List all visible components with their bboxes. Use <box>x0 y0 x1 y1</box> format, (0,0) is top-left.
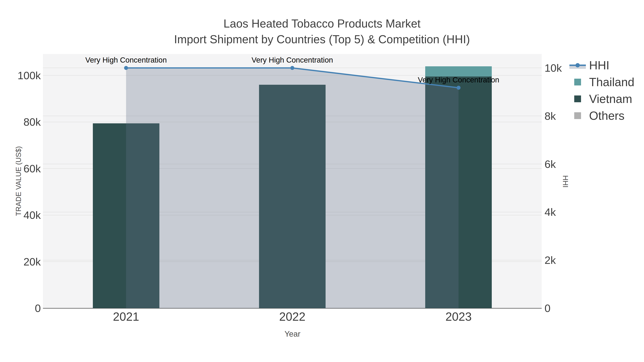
hhi-overlay <box>43 54 542 308</box>
annotation-2022: Very High Concentration <box>252 56 333 64</box>
y-left-tick-60k: 60k <box>0 162 41 175</box>
y-right-tick-6k: 6k <box>544 158 556 170</box>
others-swatch-icon <box>570 110 589 121</box>
x-tick-2022: 2022 <box>279 310 306 323</box>
others-color-swatch <box>574 112 581 119</box>
chart-title: Laos Heated Tobacco Products Market <box>0 17 644 30</box>
legend-item-hhi[interactable]: HHI <box>570 57 634 74</box>
y-left-tick-0: 0 <box>0 302 41 315</box>
thailand-color-swatch <box>574 79 581 85</box>
plot-area: Very High ConcentrationVery High Concent… <box>43 54 542 308</box>
x-axis-title: Year <box>284 330 300 339</box>
chart-subtitle: Import Shipment by Countries (Top 5) & C… <box>0 33 644 45</box>
legend-label-thailand: Thailand <box>589 75 634 89</box>
x-tick-2021: 2021 <box>113 310 139 323</box>
annotation-2023: Very High Concentration <box>418 76 499 84</box>
hhi-area-fill <box>126 68 459 308</box>
hhi-line-swatch <box>570 60 589 71</box>
legend-label-hhi: HHI <box>589 58 610 72</box>
y-right-tick-8k: 8k <box>544 110 556 122</box>
y-right-tick-10k: 10k <box>544 62 562 74</box>
legend-label-vietnam: Vietnam <box>589 92 632 106</box>
vietnam-color-swatch <box>574 95 581 102</box>
legend-item-thailand[interactable]: Thailand <box>570 74 634 90</box>
y-right-tick-0: 0 <box>544 302 550 315</box>
hhi-marker-2021 <box>124 66 128 70</box>
y-right-tick-4k: 4k <box>544 206 556 218</box>
y-left-tick-80k: 80k <box>0 116 41 128</box>
legend-label-others: Others <box>589 109 624 122</box>
hhi-marker-2023 <box>456 86 460 90</box>
legend-item-vietnam[interactable]: Vietnam <box>570 90 634 107</box>
legend-item-others[interactable]: Others <box>570 107 634 124</box>
y-axis-title-right: HHI <box>561 175 570 188</box>
y-left-tick-100k: 100k <box>0 69 41 81</box>
y-axis-title-left: TRADE VALUE (US$) <box>14 146 22 216</box>
x-tick-2023: 2023 <box>446 310 472 323</box>
chart-canvas: Laos Heated Tobacco Products Market Impo… <box>0 0 644 362</box>
annotation-2021: Very High Concentration <box>85 56 167 64</box>
legend: HHIThailandVietnamOthers <box>570 57 634 124</box>
y-left-tick-20k: 20k <box>0 256 41 268</box>
thailand-swatch-icon <box>570 77 589 87</box>
y-left-tick-40k: 40k <box>0 209 41 221</box>
hhi-marker-glyph <box>576 63 580 67</box>
y-right-tick-2k: 2k <box>544 254 556 266</box>
hhi-marker-2022 <box>290 66 294 70</box>
vietnam-swatch-icon <box>570 93 589 104</box>
